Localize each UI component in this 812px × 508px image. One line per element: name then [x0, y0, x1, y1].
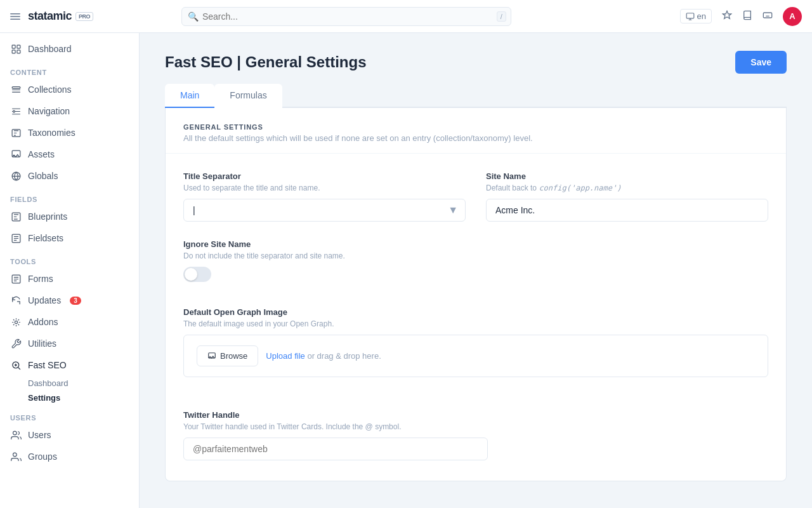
open-graph-label: Default Open Graph Image	[183, 307, 768, 317]
svg-rect-0	[10, 13, 20, 15]
section-fields: FIELDS	[0, 187, 139, 206]
toggle-knob	[185, 268, 197, 281]
save-button[interactable]: Save	[735, 51, 787, 74]
sidebar-item-taxonomies[interactable]: Taxonomies	[0, 122, 139, 144]
language-selector[interactable]: en	[680, 9, 712, 23]
sidebar-item-dashboard[interactable]: Dashboard	[0, 38, 139, 60]
search-icon: 🔍	[188, 11, 199, 22]
forms-icon	[10, 273, 22, 284]
sidebar-label-fieldsets: Fieldsets	[28, 233, 63, 243]
section-desc: All the default settings which will be u…	[183, 133, 768, 143]
sidebar-item-fastseo[interactable]: Fast SEO	[0, 354, 139, 376]
sidebar-item-forms[interactable]: Forms	[0, 268, 139, 290]
sidebar-label-blueprints: Blueprints	[28, 211, 67, 222]
pin-icon[interactable]	[722, 10, 732, 23]
search-input[interactable]	[181, 7, 511, 26]
image-icon	[207, 352, 216, 361]
sidebar-label-addons: Addons	[28, 317, 58, 327]
svg-rect-8	[16, 50, 20, 53]
sidebar-item-updates[interactable]: Updates 3	[0, 290, 139, 311]
site-name-input[interactable]	[486, 199, 768, 222]
form-group-twitter: Twitter Handle Your Twitter handle used …	[166, 392, 786, 460]
sidebar-sub-fastseo-dashboard[interactable]: Dashboard	[0, 376, 139, 391]
section-tools: TOOLS	[0, 249, 139, 268]
updates-badge: 3	[70, 297, 81, 305]
groups-icon	[10, 451, 22, 462]
sidebar-item-addons[interactable]: Addons	[0, 311, 139, 333]
svg-rect-4	[763, 13, 771, 18]
search-bar[interactable]: 🔍 /	[181, 7, 511, 26]
sidebar-item-groups[interactable]: Groups	[0, 446, 139, 467]
navigation-icon	[10, 105, 22, 117]
title-separator-desc: Used to separate the title and site name…	[183, 184, 466, 192]
title-separator-label: Title Separator	[183, 171, 466, 181]
section-title: GENERAL SETTINGS	[183, 123, 768, 131]
app-logo: statamicPRO	[28, 10, 93, 23]
section-users: USERS	[0, 405, 139, 424]
svg-rect-7	[12, 50, 15, 53]
sidebar-label-updates: Updates	[28, 295, 61, 305]
sidebar-item-assets[interactable]: Assets	[0, 144, 139, 165]
svg-rect-2	[10, 18, 20, 20]
twitter-handle-label: Twitter Handle	[183, 410, 768, 420]
sidebar-label-navigation: Navigation	[28, 106, 70, 116]
svg-rect-6	[16, 45, 20, 48]
upload-file-link[interactable]: Upload file	[266, 351, 304, 361]
utilities-icon	[10, 338, 22, 349]
users-icon	[10, 429, 22, 441]
fastseo-icon	[10, 359, 22, 371]
site-name-label: Site Name	[486, 171, 768, 181]
upload-text: Upload file or drag & drop here.	[266, 351, 381, 361]
sidebar-label-taxonomies: Taxonomies	[28, 128, 75, 138]
page-title: Fast SEO | General Settings	[165, 53, 366, 71]
browse-button[interactable]: Browse	[197, 345, 258, 366]
topbar-right: en A	[680, 7, 802, 26]
dashboard-icon	[10, 43, 22, 55]
browse-label: Browse	[220, 351, 247, 361]
sidebar-item-navigation[interactable]: Navigation	[0, 100, 139, 122]
hamburger-button[interactable]	[10, 11, 20, 22]
sidebar-item-collections[interactable]: Collections	[0, 79, 139, 100]
sidebar-sub-fastseo-settings[interactable]: Settings	[0, 391, 139, 405]
tab-main[interactable]: Main	[165, 84, 214, 108]
form-row-title-site: Title Separator Used to separate the tit…	[166, 154, 786, 222]
form-group-open-graph: Default Open Graph Image The default ima…	[166, 290, 786, 377]
form-group-title-separator: Title Separator Used to separate the tit…	[183, 171, 466, 222]
sidebar-label-utilities: Utilities	[28, 338, 56, 349]
twitter-handle-desc: Your Twitter handle used in Twitter Card…	[183, 422, 768, 431]
open-graph-desc: The default image used in your Open Grap…	[183, 319, 768, 328]
sidebar-label-users: Users	[28, 430, 51, 440]
sidebar: Dashboard CONTENT Collections Navigation…	[0, 33, 140, 508]
upload-area: Browse Upload file or drag & drop here.	[183, 335, 768, 377]
sidebar-label-assets: Assets	[28, 149, 55, 159]
addons-icon	[10, 316, 22, 328]
sidebar-item-fieldsets[interactable]: Fieldsets	[0, 227, 139, 249]
fieldsets-icon	[10, 232, 22, 244]
keyboard-icon[interactable]	[763, 10, 773, 23]
svg-rect-3	[686, 13, 694, 18]
avatar[interactable]: A	[783, 7, 802, 26]
sidebar-item-utilities[interactable]: Utilities	[0, 333, 139, 354]
svg-rect-1	[10, 16, 20, 17]
sidebar-item-users[interactable]: Users	[0, 424, 139, 446]
svg-point-19	[13, 453, 16, 457]
sidebar-item-globals[interactable]: Globals	[0, 165, 139, 187]
sidebar-label-fastseo: Fast SEO	[28, 360, 67, 370]
taxonomies-icon	[10, 127, 22, 138]
ignore-site-name-toggle-wrap	[183, 267, 768, 284]
svg-rect-5	[12, 45, 15, 48]
sidebar-label-globals: Globals	[28, 171, 58, 181]
tab-formulas[interactable]: Formulas	[214, 84, 282, 108]
title-separator-select[interactable]: | - • ·	[183, 199, 466, 222]
sidebar-item-blueprints[interactable]: Blueprints	[0, 206, 139, 227]
ignore-site-name-toggle[interactable]	[183, 267, 211, 282]
slash-shortcut: /	[497, 11, 506, 22]
form-container: GENERAL SETTINGS All the default setting…	[165, 108, 787, 481]
sidebar-label-collections: Collections	[28, 84, 71, 95]
blueprints-icon	[10, 211, 22, 222]
tab-bar: Main Formulas	[165, 84, 787, 108]
book-icon[interactable]	[742, 10, 752, 23]
twitter-handle-input[interactable]	[183, 438, 488, 460]
ignore-site-name-desc: Do not include the title separator and s…	[183, 251, 768, 260]
ignore-site-name-label: Ignore Site Name	[183, 239, 768, 249]
